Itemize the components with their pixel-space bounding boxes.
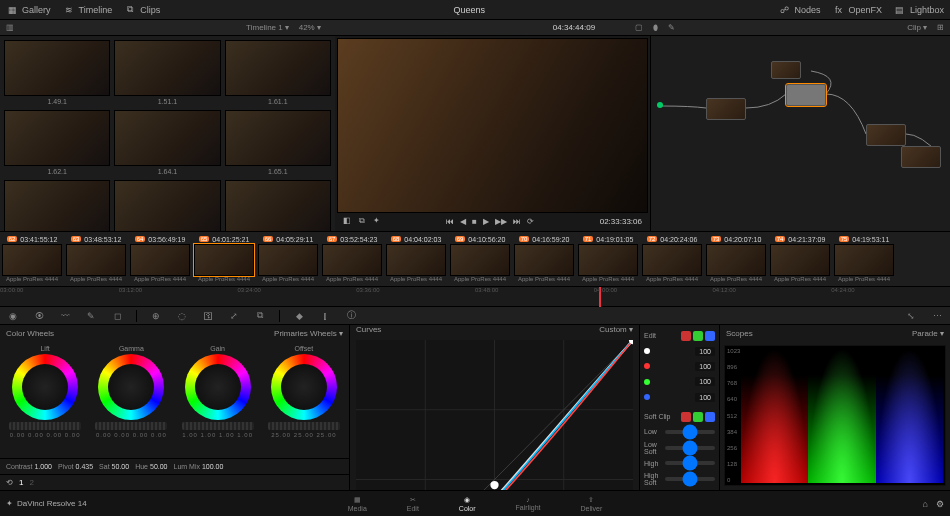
loop-button[interactable]: ⟳ (527, 217, 534, 226)
jog-wheel[interactable] (182, 422, 254, 430)
clip-thumb[interactable]: 7304:20:07:10Apple ProRes 4444 (706, 234, 766, 284)
scopes-mode-dropdown[interactable]: Parade ▾ (912, 329, 944, 338)
clip-thumb[interactable]: 7204:20:24:06Apple ProRes 4444 (642, 234, 702, 284)
curves-mode-dropdown[interactable]: Custom ▾ (599, 325, 633, 334)
clip-strip[interactable]: 6203:41:55:12Apple ProRes 44446303:48:53… (0, 231, 950, 287)
softclip-g[interactable] (693, 412, 703, 422)
color-wheel[interactable] (98, 354, 164, 420)
next-frame-button[interactable]: ▶▶ (495, 217, 507, 226)
still-thumb[interactable]: 1.84.1 (4, 180, 110, 231)
low-slider[interactable] (665, 430, 715, 434)
parade-scope[interactable]: 10238967686405123842561280 (724, 345, 946, 486)
clip-thumb[interactable]: 7104:19:01:05Apple ProRes 4444 (578, 234, 638, 284)
curves-tool[interactable]: 〰 (58, 309, 72, 323)
curve-editor[interactable] (356, 340, 633, 490)
options-button[interactable]: ⋯ (930, 309, 944, 323)
swatch-g[interactable] (693, 331, 703, 341)
settings-button[interactable]: ⚙ (936, 499, 944, 509)
viewer-frame[interactable] (337, 38, 648, 213)
page-color[interactable]: ◉Color (459, 496, 476, 512)
still-thumb[interactable]: 1.65.1 (225, 110, 331, 166)
jog-wheel[interactable] (9, 422, 81, 430)
home-button[interactable]: ⌂ (923, 499, 928, 509)
channel-dot[interactable] (644, 348, 650, 354)
channel-value[interactable]: 100 (695, 362, 715, 371)
keyframe-tool[interactable]: ◆ (292, 309, 306, 323)
color-wheel[interactable] (12, 354, 78, 420)
first-frame-button[interactable]: ⏮ (446, 217, 454, 226)
gallery-toggle[interactable]: ▦ Gallery (6, 4, 51, 16)
highsoft-slider[interactable] (665, 477, 715, 481)
still-thumb[interactable]: 1.51.1 (114, 40, 220, 96)
swatch-r[interactable] (681, 331, 691, 341)
clip-thumb[interactable]: 7004:16:59:20Apple ProRes 4444 (514, 234, 574, 284)
channel-dot[interactable] (644, 363, 650, 369)
param-hue[interactable]: Hue50.00 (135, 463, 167, 470)
lightbox-toggle[interactable]: ▤ Lightbox (894, 4, 944, 16)
last-frame-button[interactable]: ⏭ (513, 217, 521, 226)
qualifier-tool[interactable]: ✎ (84, 309, 98, 323)
channel-dot[interactable] (644, 379, 650, 385)
page-fairlight[interactable]: ♪Fairlight (516, 496, 541, 511)
channel-value[interactable]: 100 (695, 377, 715, 386)
scopes-tool[interactable]: ⫿ (318, 309, 332, 323)
page-edit[interactable]: ✂Edit (407, 496, 419, 512)
window-tool[interactable]: ◻ (110, 309, 124, 323)
stop-button[interactable]: ■ (472, 217, 477, 226)
sizing-tool[interactable]: ⤢ (227, 309, 241, 323)
viewer-tool-3[interactable]: ✎ (668, 23, 675, 32)
channel-dot[interactable] (644, 394, 650, 400)
node[interactable] (771, 61, 801, 79)
timeline-ruler[interactable]: 03:00:0003:12:0003:24:0003:36:0003:48:00… (0, 287, 950, 307)
clip-thumb[interactable]: 7404:21:37:09Apple ProRes 4444 (770, 234, 830, 284)
color-wheel[interactable] (271, 354, 337, 420)
expand-button[interactable]: ⤡ (904, 309, 918, 323)
clip-thumb[interactable]: 6904:10:56:20Apple ProRes 4444 (450, 234, 510, 284)
node[interactable] (901, 146, 941, 168)
wheels-mode-dropdown[interactable]: Primaries Wheels ▾ (274, 329, 343, 338)
split-tool[interactable]: ⧉ (359, 216, 365, 226)
still-thumb[interactable]: 1.88.1 (114, 180, 220, 231)
nodes-toggle[interactable]: ☍ Nodes (778, 4, 820, 16)
highlight-tool[interactable]: ✦ (373, 216, 380, 226)
channel-value[interactable]: 100 (695, 393, 715, 402)
page-2[interactable]: 2 (29, 478, 33, 487)
clips-toggle[interactable]: ⧉ Clips (124, 4, 160, 16)
param-sat[interactable]: Sat50.00 (99, 463, 129, 470)
still-thumb[interactable]: 1.62.1 (4, 110, 110, 166)
node-selected[interactable] (786, 84, 826, 106)
stereo-tool[interactable]: ⧉ (253, 309, 267, 323)
jog-wheel[interactable] (95, 422, 167, 430)
clip-thumb[interactable]: 6804:04:02:03Apple ProRes 4444 (386, 234, 446, 284)
clip-dropdown[interactable]: Clip ▾ (907, 23, 927, 32)
viewer-tool-2[interactable]: ⬮ (653, 23, 658, 33)
zoom-dropdown[interactable]: 42% ▾ (299, 23, 321, 32)
node[interactable] (866, 124, 906, 146)
clip-thumb[interactable]: 6303:48:53:12Apple ProRes 4444 (66, 234, 126, 284)
reset-button[interactable]: ⟲ (6, 478, 13, 487)
clip-thumb[interactable]: 6504:01:25:21Apple ProRes 4444 (194, 234, 254, 284)
still-thumb[interactable]: 1.49.1 (4, 40, 110, 96)
clip-thumb[interactable]: 6604:05:29:11Apple ProRes 4444 (258, 234, 318, 284)
timeline-dropdown[interactable]: Timeline 1 ▾ (246, 23, 289, 32)
tracker-tool[interactable]: ⊕ (149, 309, 163, 323)
softclip-r[interactable] (681, 412, 691, 422)
node-graph[interactable] (650, 36, 950, 231)
key-tool[interactable]: ⚿ (201, 309, 215, 323)
prev-frame-button[interactable]: ◀ (460, 217, 466, 226)
info-tool[interactable]: ⓘ (344, 309, 358, 323)
color-wheel[interactable] (185, 354, 251, 420)
node-layout-button[interactable]: ⊞ (937, 23, 944, 32)
still-thumb[interactable]: 1.89.1 (225, 180, 331, 231)
blur-tool[interactable]: ◌ (175, 309, 189, 323)
clip-thumb[interactable]: 6203:41:55:12Apple ProRes 4444 (2, 234, 62, 284)
lowsoft-slider[interactable] (665, 446, 715, 450)
openfx-toggle[interactable]: fx OpenFX (832, 4, 882, 16)
timeline-toggle[interactable]: ≋ Timeline (63, 4, 113, 16)
log-tool[interactable]: ⦿ (32, 309, 46, 323)
wipe-tool[interactable]: ◧ (343, 216, 351, 226)
still-thumb[interactable]: 1.61.1 (225, 40, 331, 96)
jog-wheel[interactable] (268, 422, 340, 430)
still-thumb[interactable]: 1.64.1 (114, 110, 220, 166)
swatch-b[interactable] (705, 331, 715, 341)
